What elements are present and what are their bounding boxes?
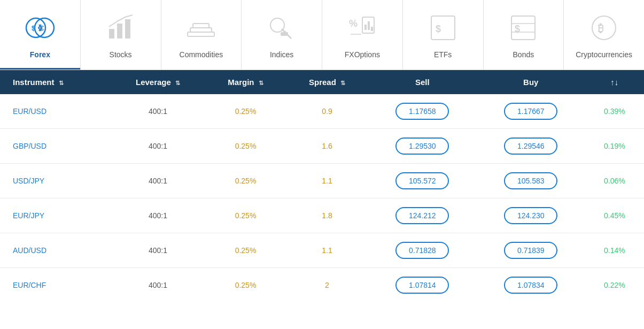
svg-point-1 bbox=[35, 18, 54, 37]
buy-button-5[interactable]: 1.07834 bbox=[504, 277, 557, 294]
cell-sell-5[interactable]: 1.07814 bbox=[368, 268, 477, 303]
cell-change-2: 0.06% bbox=[585, 164, 644, 198]
sort-leverage-icon[interactable]: ⇅ bbox=[175, 80, 180, 87]
tab-cryptocurrencies[interactable]: ₿ Cryptocurrencies bbox=[564, 0, 644, 70]
cell-change-0: 0.39% bbox=[585, 94, 644, 129]
cell-buy-0[interactable]: 1.17667 bbox=[477, 94, 585, 129]
svg-rect-6 bbox=[125, 19, 130, 39]
cell-instrument-3[interactable]: EUR/JPY bbox=[0, 198, 111, 233]
cell-margin-2: 0.25% bbox=[205, 164, 286, 198]
cell-sell-1[interactable]: 1.29530 bbox=[368, 129, 477, 164]
cell-leverage-3: 400:1 bbox=[111, 198, 205, 233]
cell-leverage-0: 400:1 bbox=[111, 94, 205, 129]
sell-button-1[interactable]: 1.29530 bbox=[395, 137, 449, 155]
cell-instrument-4[interactable]: AUD/USD bbox=[0, 233, 111, 268]
tab-commodities[interactable]: Commodities bbox=[161, 0, 242, 70]
cell-margin-5: 0.25% bbox=[205, 268, 286, 303]
forex-icon: $ € bbox=[24, 12, 56, 46]
cell-instrument-2[interactable]: USD/JPY bbox=[0, 164, 111, 198]
cell-change-1: 0.19% bbox=[585, 129, 644, 164]
nav-tabs: $ € Forex Stocks bbox=[0, 0, 644, 70]
svg-rect-8 bbox=[190, 28, 212, 32]
tab-etfs[interactable]: $ ETFs bbox=[403, 0, 484, 70]
svg-rect-7 bbox=[188, 32, 214, 36]
sort-spread-icon[interactable]: ⇅ bbox=[340, 80, 345, 87]
sell-button-0[interactable]: 1.17658 bbox=[395, 103, 449, 120]
cell-instrument-0[interactable]: EUR/USD bbox=[0, 94, 111, 129]
svg-rect-16 bbox=[368, 21, 370, 30]
svg-rect-17 bbox=[371, 27, 373, 31]
col-leverage[interactable]: Leverage ⇅ bbox=[111, 70, 205, 94]
commodities-icon bbox=[185, 12, 217, 46]
bonds-icon: $ bbox=[507, 12, 539, 46]
cell-sell-3[interactable]: 124.212 bbox=[368, 198, 477, 233]
fxoptions-tab-label: FXOptions bbox=[345, 50, 380, 59]
svg-rect-20 bbox=[431, 16, 455, 40]
cell-buy-1[interactable]: 1.29546 bbox=[477, 129, 585, 164]
cell-sell-2[interactable]: 105.572 bbox=[368, 164, 477, 198]
cell-leverage-2: 400:1 bbox=[111, 164, 205, 198]
col-buy: Buy bbox=[477, 70, 585, 94]
cell-leverage-5: 400:1 bbox=[111, 268, 205, 303]
instruments-table: Instrument ⇅ Leverage ⇅ Margin ⇅ Spread … bbox=[0, 70, 644, 302]
sell-button-4[interactable]: 0.71828 bbox=[395, 242, 449, 259]
sort-instrument-icon[interactable]: ⇅ bbox=[59, 80, 64, 87]
table-row: USD/JPY 400:1 0.25% 1.1 105.572 105.583 … bbox=[0, 164, 644, 198]
table-row: EUR/CHF 400:1 0.25% 2 1.07814 1.07834 0.… bbox=[0, 268, 644, 303]
cell-instrument-5[interactable]: EUR/CHF bbox=[0, 268, 111, 303]
table-row: EUR/USD 400:1 0.25% 0.9 1.17658 1.17667 … bbox=[0, 94, 644, 129]
svg-rect-9 bbox=[193, 24, 209, 28]
svg-text:$: $ bbox=[32, 24, 36, 32]
table-row: AUD/USD 400:1 0.25% 1.1 0.71828 0.71839 … bbox=[0, 233, 644, 268]
cell-buy-3[interactable]: 124.230 bbox=[477, 198, 585, 233]
buy-button-3[interactable]: 124.230 bbox=[504, 207, 557, 224]
col-instrument[interactable]: Instrument ⇅ bbox=[0, 70, 111, 94]
cell-buy-2[interactable]: 105.583 bbox=[477, 164, 585, 198]
sell-button-3[interactable]: 124.212 bbox=[395, 207, 449, 224]
col-margin[interactable]: Margin ⇅ bbox=[205, 70, 286, 94]
col-sell: Sell bbox=[368, 70, 477, 94]
sell-button-2[interactable]: 105.572 bbox=[395, 172, 449, 189]
cell-buy-5[interactable]: 1.07834 bbox=[477, 268, 585, 303]
buy-button-0[interactable]: 1.17667 bbox=[504, 103, 557, 120]
svg-rect-5 bbox=[117, 24, 122, 39]
sell-button-5[interactable]: 1.07814 bbox=[395, 277, 449, 294]
tab-fxoptions[interactable]: % FXOptions bbox=[322, 0, 403, 70]
cell-margin-3: 0.25% bbox=[205, 198, 286, 233]
etfs-icon: $ bbox=[427, 12, 459, 46]
cell-spread-3: 1.8 bbox=[286, 198, 368, 233]
tab-forex[interactable]: $ € Forex bbox=[0, 0, 81, 70]
cell-instrument-1[interactable]: GBP/USD bbox=[0, 129, 111, 164]
svg-text:%: % bbox=[349, 18, 358, 29]
cell-spread-5: 2 bbox=[286, 268, 368, 303]
cell-leverage-4: 400:1 bbox=[111, 233, 205, 268]
cell-buy-4[interactable]: 0.71839 bbox=[477, 233, 585, 268]
buy-button-1[interactable]: 1.29546 bbox=[504, 137, 557, 155]
sort-margin-icon[interactable]: ⇅ bbox=[259, 80, 263, 87]
cell-change-3: 0.45% bbox=[585, 198, 644, 233]
tab-indices[interactable]: Indices bbox=[242, 0, 322, 70]
cell-change-4: 0.14% bbox=[585, 233, 644, 268]
crypto-tab-label: Cryptocurrencies bbox=[576, 50, 632, 59]
svg-rect-15 bbox=[364, 25, 367, 30]
cell-spread-0: 0.9 bbox=[286, 94, 368, 129]
cell-change-5: 0.22% bbox=[585, 268, 644, 303]
svg-text:₿: ₿ bbox=[598, 22, 603, 34]
table-header-row: Instrument ⇅ Leverage ⇅ Margin ⇅ Spread … bbox=[0, 70, 644, 94]
etfs-tab-label: ETFs bbox=[434, 50, 452, 59]
col-spread[interactable]: Spread ⇅ bbox=[286, 70, 368, 94]
svg-text:$: $ bbox=[436, 24, 441, 34]
cell-margin-0: 0.25% bbox=[205, 94, 286, 129]
cell-sell-4[interactable]: 0.71828 bbox=[368, 233, 477, 268]
cell-sell-0[interactable]: 1.17658 bbox=[368, 94, 477, 129]
tab-stocks[interactable]: Stocks bbox=[81, 0, 161, 70]
buy-button-4[interactable]: 0.71839 bbox=[504, 242, 557, 259]
tab-bonds[interactable]: $ Bonds bbox=[484, 0, 564, 70]
svg-text:$: $ bbox=[515, 24, 520, 34]
buy-button-2[interactable]: 105.583 bbox=[504, 172, 557, 189]
stocks-icon bbox=[105, 12, 137, 46]
col-change[interactable]: ↑↓ bbox=[585, 70, 644, 94]
crypto-icon: ₿ bbox=[588, 12, 620, 46]
indices-icon bbox=[266, 12, 298, 46]
cell-leverage-1: 400:1 bbox=[111, 129, 205, 164]
